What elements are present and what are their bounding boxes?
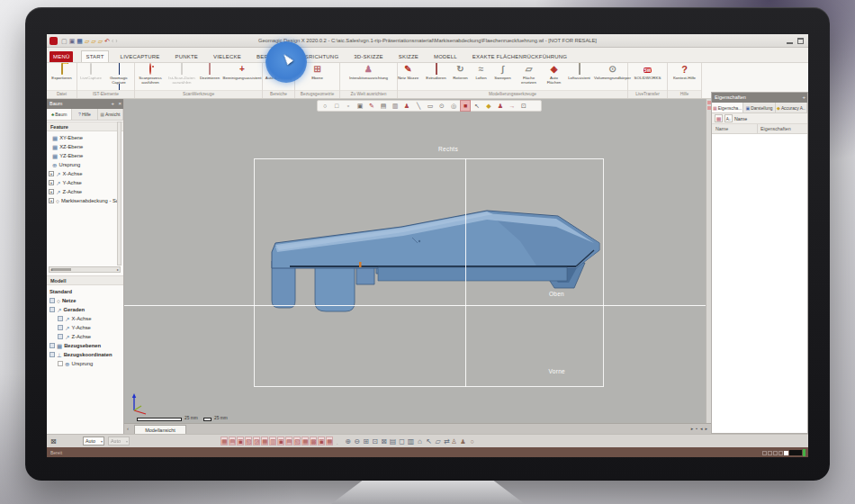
selection-tool-icon[interactable]: ○ [320,101,330,111]
tab-scroll-arrow-icon[interactable]: ▪ [696,426,698,431]
loftassistent-button[interactable]: Loftassistent [566,64,593,90]
ebene-button[interactable]: ⊞ Ebene [304,64,331,90]
geomagic-capture-button[interactable]: Geomagic Capture [104,64,133,90]
quick-access-icon[interactable]: ▣ [69,38,76,45]
selection-tool-icon[interactable]: ✎ [366,101,377,111]
tab-exakte-flaechenrueckfuehrung[interactable]: EXAKTE FLÄCHENRÜCKFÜHRUNG [469,51,571,62]
kontext-hilfe-button[interactable]: ? Kontext-Hilfe [670,64,700,90]
expander-icon[interactable]: + [49,180,54,185]
quick-access-icon[interactable]: ▢ [61,38,68,45]
tab-start[interactable]: START [81,50,108,62]
tree-item-z-achse[interactable]: +↗Z-Achse [47,187,123,196]
tree-item-ursprung-model[interactable]: ⊕Ursprung [47,359,123,368]
quick-access-icon[interactable]: ▱ [85,38,89,45]
feature-tree-scrollbar[interactable] [117,122,122,266]
tab-ansicht[interactable]: ▦Ansicht [98,109,123,120]
zoom-tool-icon[interactable]: ◻ [398,436,406,446]
selection-tool-icon[interactable]: ↖ [472,101,482,111]
tree-item-standard[interactable]: Standard [47,287,123,296]
tree-item-geraden[interactable]: ↗Geraden [47,305,123,314]
tab-vielecke[interactable]: VIELECKE [210,51,245,62]
tab-baum[interactable]: ♣Baum [47,109,72,120]
auto-flaechen-button[interactable]: ◈ Auto Flächen [544,64,565,90]
netz-skizze-button[interactable]: ✎ Netz Skizze [394,64,423,90]
interaktive-ausrichtung-button[interactable]: ♟ Interaktiveausrichtung [341,64,397,90]
zoom-tool-icon[interactable]: ▱ [434,436,442,446]
tree-item-netze[interactable]: ○Netze [47,296,123,305]
loften-button[interactable]: ≈ Loften [472,64,490,90]
quick-access-icon[interactable]: › [115,38,117,45]
tree-item-x-achse[interactable]: +↗X-Achse [47,169,123,178]
selection-tool-icon[interactable]: ⊙ [436,101,447,111]
minimize-button[interactable] [787,38,793,44]
tree-item-z-achse-model[interactable]: ↗Z-Achse [47,332,123,341]
fit-view-icon[interactable]: ⊠ [50,437,57,446]
auto-mode-dropdown[interactable]: Auto▾ [83,436,104,446]
selection-tool-icon[interactable]: ╲ [413,101,424,111]
selection-tool-icon[interactable]: ▫ [343,101,354,111]
auto-mode-dropdown-2[interactable]: Auto▾ [108,436,130,446]
display-mode-icon[interactable]: ▦ [261,436,268,446]
expander-icon[interactable]: + [49,189,54,194]
solidworks-button[interactable]: SW SOLIDWORKS [630,64,666,90]
display-mode-icon[interactable]: ▦ [220,436,228,446]
misc-tool-icon[interactable]: ♙ [450,436,458,446]
expander-icon[interactable]: + [49,198,54,203]
selection-tool-icon[interactable]: → [507,101,518,111]
grid-icon[interactable]: ▦ [715,114,723,122]
close-icon[interactable]: × [118,99,122,109]
tree-item-ursprung[interactable]: ⊕Ursprung [47,160,123,169]
quick-access-icon[interactable]: ‹ [112,38,113,45]
zoom-tool-icon[interactable]: ⊠ [380,436,388,446]
display-mode-icon[interactable]: ▧ [293,436,301,446]
visibility-checkbox[interactable] [58,361,63,366]
display-mode-icon[interactable]: ▣ [318,436,325,446]
bereinigungsassistent-button[interactable]: + Bereinigungsassistent [222,64,262,90]
zoom-tool-icon[interactable]: ⊡ [371,436,379,446]
selection-tool-icon[interactable]: ◎ [448,101,459,111]
zoom-tool-icon[interactable]: ⊖ [353,436,361,446]
zoom-tool-icon[interactable]: ↖ [425,436,433,446]
tab-skizze[interactable]: SKIZZE [395,51,422,62]
tree-item-markisenabdeckung[interactable]: +○Markisenabdeckung - Sc [47,196,123,205]
zoom-tool-icon[interactable]: ▥ [407,436,415,446]
expander-icon[interactable]: + [49,171,54,176]
selection-tool-icon[interactable]: ◆ [483,101,494,111]
zoom-tool-icon[interactable]: ⊕ [344,436,352,446]
tab-scroll-arrow-icon[interactable]: ▸ [705,426,707,431]
scanprozess-button[interactable]: Scanprozess ausführen [135,64,166,90]
tab-eigenschaften[interactable]: ▦Eigenscha... [712,103,743,112]
tree-item-xy-ebene[interactable]: ▦XY-Ebene [47,133,123,142]
tree-item-bezugsebenen[interactable]: ▦Bezugsebenen [47,341,123,350]
visibility-checkbox[interactable] [50,307,55,312]
tree-item-yz-ebene[interactable]: ▦YZ-Ebene [47,151,123,160]
tree-item-y-achse-model[interactable]: ↗Y-Achse [47,323,123,332]
tree-item-bezugskoordinaten[interactable]: ⊥Bezugskoordinaten [47,350,123,359]
visibility-checkbox[interactable] [50,352,55,357]
visibility-checkbox[interactable] [58,334,63,339]
display-mode-icon[interactable]: ▤ [285,436,292,446]
tree-horizontal-scrollbar[interactable]: ◂▸ [49,266,121,273]
selection-tool-icon[interactable]: ♟ [495,101,506,111]
zoom-tool-icon[interactable]: ▤ [389,436,397,446]
tab-3d-skizze[interactable]: 3D-SKIZZE [350,51,386,62]
visibility-checkbox[interactable] [58,316,63,321]
display-mode-icon[interactable]: ▨ [253,436,260,446]
visibility-checkbox[interactable] [58,325,63,330]
display-mode-icon[interactable]: ▤ [229,436,236,446]
sort-az-icon[interactable]: A↓ [724,114,733,122]
selection-tool-icon[interactable]: □ [331,101,342,111]
selection-tool-icon[interactable]: ▤ [378,101,389,111]
tab-scroll-arrow-icon[interactable]: ◂ [700,426,703,431]
maximize-button[interactable] [797,38,804,44]
selection-tool-icon[interactable]: ▣ [355,101,365,111]
model-viewport[interactable]: ○□▫▣✎▤▥♟╲▭⊙◎■↖◆♟→⊡ [124,99,711,423]
overflow-menu-icon[interactable]: . [337,440,338,446]
quick-access-icon[interactable]: ↶ [104,38,110,45]
display-mode-icon[interactable]: ▥ [269,436,276,446]
tab-livecapture[interactable]: LIVECAPTURE [117,51,164,62]
tab-hilfe[interactable]: ?Hilfe [72,109,97,120]
export-button[interactable]: Exportieren [48,64,76,90]
tab-modell[interactable]: MODELL [430,51,461,62]
zoom-tool-icon[interactable]: ⊞ [362,436,370,446]
